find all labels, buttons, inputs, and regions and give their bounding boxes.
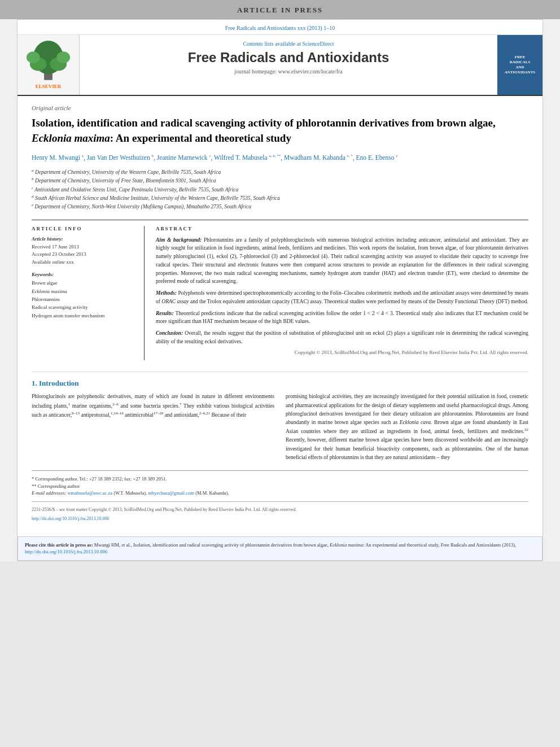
intro-para-right: promising biological activities, they ar… [286, 392, 528, 462]
abstract-aim: Aim & background: Phlorotannins are a fa… [156, 236, 528, 286]
article-info-col: ARTICLE INFO Article history: Received 1… [32, 226, 145, 361]
journal-ref-line: Free Radicals and Antioxidants xxx (2013… [18, 20, 542, 35]
cite-text: Mwangi HM, et al., Isolation, identifica… [94, 542, 516, 548]
elsevier-tree-icon [23, 41, 73, 82]
affil-c: c Antioxidant and Oxidative Stress Unit,… [32, 185, 528, 194]
top-banner: ARTICLE IN PRESS [0, 0, 560, 19]
intro-two-col: Phloroglucinols are polyphenolic derivat… [32, 392, 528, 462]
citation-box: Please cite this article in press as: Mw… [18, 536, 542, 561]
introduction-section: 1. Introduction Phloroglucinols are poly… [32, 372, 528, 462]
history-accepted: Accepted 23 October 2013 [32, 251, 137, 259]
page-wrapper: ARTICLE IN PRESS Free Radicals and Antio… [0, 0, 560, 561]
svg-point-5 [56, 51, 70, 63]
keywords-label: Keywords: [32, 272, 137, 277]
history-online: Available online xxx [32, 259, 137, 267]
aim-label: Aim & background: [156, 237, 202, 243]
elsevier-label: ELSEVIER [36, 84, 62, 89]
article-info-header: ARTICLE INFO [32, 226, 137, 231]
abstract-header: ABSTRACT [156, 226, 528, 231]
sciencedirect-link[interactable]: ScienceDirect [302, 41, 334, 47]
article-info-abstract: ARTICLE INFO Article history: Received 1… [32, 220, 528, 361]
affiliations: a Department of Chemistry, University of… [32, 168, 528, 211]
footnote-star2: ** Corresponding author [32, 483, 528, 490]
footnote-star1: * Corresponding author. Tel.: +27 18 389… [32, 475, 528, 483]
journal-homepage: journal homepage: www.elsevier.com/locat… [91, 68, 486, 75]
main-content: Free Radicals and Antioxidants xxx (2013… [17, 19, 543, 561]
authors: Henry M. Mwangi a, Jan Van Der Westhuize… [32, 152, 528, 163]
intro-para-left: Phloroglucinols are polyphenolic derivat… [32, 392, 274, 420]
banner-text: ARTICLE IN PRESS [237, 6, 323, 14]
article-history: Article history: Received 17 June 2013 A… [32, 236, 137, 267]
svg-point-4 [27, 51, 40, 63]
methods-label: Methods: [156, 290, 177, 296]
doi-link: http://dx.doi.org/10.1016/j.fra.2013.10.… [32, 516, 528, 522]
section-number: 1. [32, 379, 39, 387]
keyword-1: Brown algae [32, 279, 137, 287]
results-label: Results: [156, 311, 174, 316]
footnote-emails: E-mail addresses: wmabusela@uwc.ac.za (W… [32, 490, 528, 497]
affil-a: a Department of Chemistry, University of… [32, 168, 528, 176]
keyword-3: Phlorotannins [32, 295, 137, 303]
elsevier-logo-section: ELSEVIER [18, 35, 80, 95]
email1[interactable]: wmabusela@uwc.ac.za [67, 490, 112, 496]
abstract-text: Aim & background: Phlorotannins are a fa… [156, 236, 528, 357]
journal-header: ELSEVIER Contents lists available at Sci… [18, 35, 542, 96]
email2[interactable]: mbyechura@gmail.com [148, 490, 194, 496]
copyright-line: 2231-2536/$ – see front matter Copyright… [32, 506, 528, 513]
abstract-results: Results: Theoretical predictions indicat… [156, 309, 528, 326]
keywords-section: Keywords: Brown algae Ecklonia maxima Ph… [32, 272, 137, 320]
intro-left-col: Phloroglucinols are polyphenolic derivat… [32, 392, 274, 462]
footnotes-section: * Corresponding author. Tel.: +27 18 389… [32, 470, 528, 497]
cite-label: Please cite this article in press as: [25, 542, 94, 548]
abstract-conclusion: Conclusion: Overall, the results suggest… [156, 329, 528, 346]
section-title: Introduction [39, 379, 79, 387]
journal-center: Contents lists available at ScienceDirec… [80, 35, 497, 95]
article-title: Isolation, identification and radical sc… [32, 116, 528, 146]
conclusion-label: Conclusion: [156, 330, 183, 336]
journal-ref-text: Free Radicals and Antioxidants xxx (2013… [225, 25, 335, 31]
cite-doi[interactable]: http://dx.doi.org/10.1016/j.fra.2013.10.… [25, 549, 107, 554]
intro-right-col: promising biological activities, they ar… [286, 392, 528, 462]
doi-url[interactable]: http://dx.doi.org/10.1016/j.fra.2013.10.… [32, 516, 109, 521]
species-name: Ecklonia maxima [32, 132, 110, 144]
article-type: Original article [32, 104, 528, 111]
affil-e: e Department of Chemistry, North-West Un… [32, 202, 528, 211]
history-received: Received 17 June 2013 [32, 243, 137, 251]
article-body: Original article Isolation, identificati… [18, 96, 542, 530]
history-label: Article history: [32, 236, 137, 242]
divider [32, 501, 528, 502]
journal-title: Free Radicals and Antioxidants [91, 50, 486, 65]
abstract-copyright: Copyright © 2013, SciBiolMed.Org and Phc… [156, 349, 528, 357]
sciencedirect-text: Contents lists available at ScienceDirec… [91, 41, 486, 47]
intro-title: 1. Introduction [32, 379, 528, 388]
keyword-4: Radical scavenging activity [32, 303, 137, 311]
keyword-2: Ecklonia maxima [32, 287, 137, 295]
keyword-5: Hydrogen atom transfer mechanism [32, 312, 137, 320]
journal-logo-right: FREERADICALSANDANTIOXIDANTS [497, 35, 542, 95]
journal-logo-text: FREERADICALSANDANTIOXIDANTS [505, 55, 535, 75]
abstract-methods: Methods: Polyphenols were determined spe… [156, 289, 528, 305]
affil-d: d South African Herbal Science and Medic… [32, 194, 528, 202]
abstract-col: ABSTRACT Aim & background: Phlorotannins… [156, 226, 528, 361]
affil-b: b Department of Chemistry, University of… [32, 176, 528, 185]
